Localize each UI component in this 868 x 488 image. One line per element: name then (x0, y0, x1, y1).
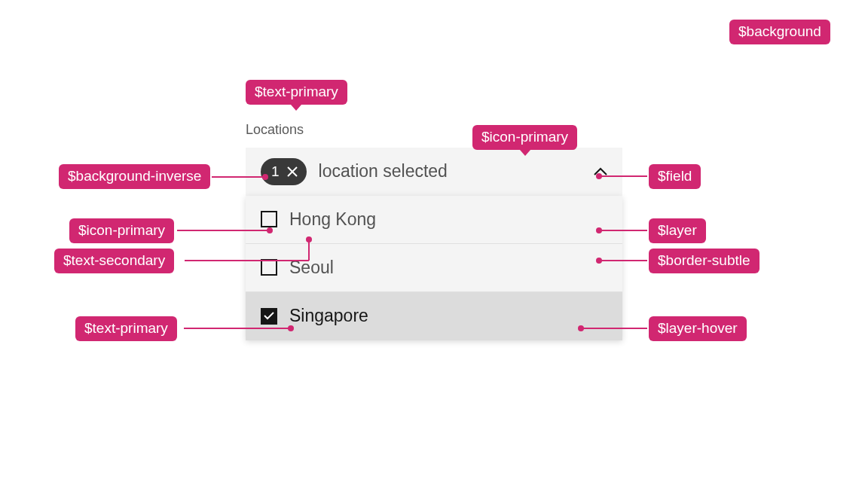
option-label: Hong Kong (289, 209, 376, 230)
connector-line (581, 328, 647, 329)
connector-dot (578, 325, 584, 331)
connector-dot (262, 174, 268, 180)
token-annotation: $icon-primary (472, 125, 577, 150)
token-annotation: $text-primary (75, 316, 177, 341)
connector-line (184, 328, 289, 329)
token-annotation: $background-inverse (59, 164, 210, 189)
connector-line (599, 230, 647, 231)
connector-line (308, 239, 310, 261)
dropdown-option[interactable]: Seoul (246, 244, 622, 292)
multiselect-dropdown: Locations 1 location selected Hong Kong … (246, 122, 622, 340)
dropdown-option[interactable]: Singapore (246, 292, 622, 340)
token-annotation: $field (649, 164, 701, 189)
selection-count: 1 (271, 163, 280, 180)
dropdown-summary: location selected (319, 161, 582, 181)
dropdown-field[interactable]: 1 location selected (246, 148, 622, 196)
connector-line (212, 176, 262, 178)
token-annotation: $layer-hover (649, 316, 747, 341)
connector-dot (596, 227, 602, 233)
selection-tag[interactable]: 1 (261, 158, 307, 185)
token-annotation: $text-secondary (54, 249, 174, 273)
connector-dot (267, 227, 273, 233)
token-annotation: $background (729, 20, 830, 44)
checkbox-checked-icon[interactable] (261, 308, 277, 325)
connector-line (177, 230, 268, 231)
connector-dot (596, 173, 602, 179)
dropdown-listbox: Hong Kong Seoul Singapore (246, 196, 622, 340)
token-annotation: $border-subtle (649, 249, 760, 273)
token-annotation: $text-primary (246, 80, 347, 105)
dropdown-option[interactable]: Hong Kong (246, 196, 622, 244)
checkbox-icon[interactable] (261, 211, 277, 227)
connector-dot (306, 236, 312, 242)
connector-dot (596, 258, 602, 264)
connector-line (599, 260, 647, 261)
checkbox-icon[interactable] (261, 259, 277, 276)
token-annotation: $layer (649, 218, 706, 243)
connector-line (599, 175, 647, 177)
connector-line (185, 260, 309, 261)
option-label: Singapore (289, 306, 368, 326)
token-annotation: $icon-primary (69, 218, 174, 243)
close-icon[interactable] (287, 166, 298, 177)
connector-dot (288, 325, 294, 331)
